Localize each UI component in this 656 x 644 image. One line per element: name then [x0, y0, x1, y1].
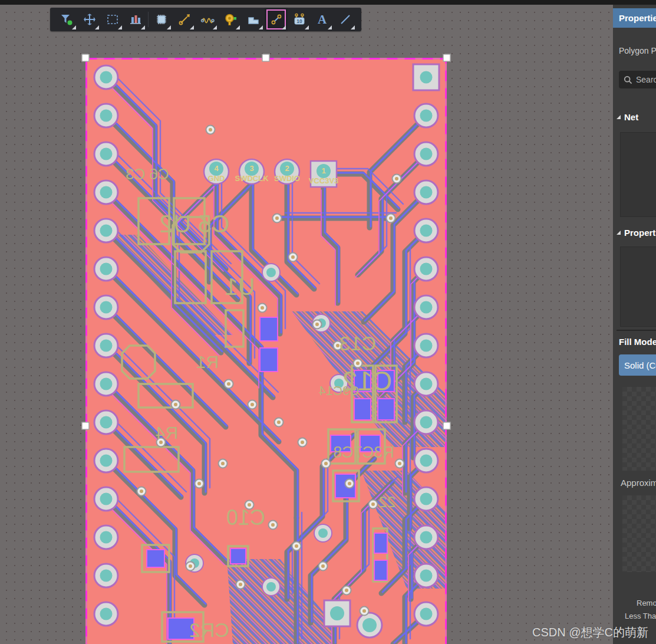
selection-handle-mid-right[interactable] [443, 422, 451, 430]
edge-pad[interactable] [414, 104, 438, 127]
silkscreen-label[interactable]: R4 [156, 423, 178, 442]
silkscreen-label[interactable]: CR2 [189, 619, 229, 641]
edge-pad[interactable] [94, 334, 118, 357]
edge-pad[interactable] [94, 104, 118, 127]
selection-handle-top-left[interactable] [82, 54, 90, 62]
via[interactable] [314, 524, 332, 542]
edge-pad[interactable] [94, 295, 118, 319]
via[interactable] [172, 400, 180, 409]
section-net[interactable]: Net [617, 112, 638, 122]
place-via-tool[interactable] [219, 8, 242, 31]
via[interactable] [195, 479, 204, 488]
dropdown-arrow[interactable] [190, 25, 194, 29]
via[interactable] [322, 459, 331, 468]
move-tool[interactable] [78, 8, 101, 31]
via[interactable] [369, 500, 378, 509]
via[interactable] [275, 418, 284, 427]
silkscreen-label[interactable]: C6 C3 [126, 165, 169, 183]
signal-pad-gnd[interactable]: 4GND [204, 159, 229, 184]
via[interactable] [319, 562, 328, 571]
measure-tool[interactable] [265, 8, 288, 31]
net-list-box[interactable] [620, 132, 656, 217]
silkscreen-label[interactable]: R3C7C8 [333, 443, 394, 461]
place-component-tool[interactable] [150, 8, 173, 31]
polygon-pour-tool[interactable] [242, 8, 265, 31]
filter-select-tool[interactable] [55, 8, 78, 31]
via[interactable] [345, 479, 354, 488]
via[interactable] [289, 253, 298, 262]
edge-pad[interactable] [94, 142, 118, 166]
edge-pad[interactable] [94, 487, 118, 511]
silkscreen-label[interactable]: C13 [339, 332, 376, 354]
edge-pad[interactable] [94, 257, 118, 281]
dropdown-arrow[interactable] [118, 25, 122, 29]
edge-pad[interactable] [414, 180, 438, 204]
dropdown-arrow[interactable] [282, 25, 286, 29]
edge-pad[interactable] [414, 449, 438, 472]
signal-pad-vcc3v3[interactable]: 1VCC3V3 [309, 161, 339, 187]
dimension-tool[interactable]: 10 [288, 8, 311, 31]
signal-pad-swdio[interactable]: 2SWDIO [274, 159, 300, 184]
edge-pad[interactable] [94, 219, 118, 242]
via[interactable] [236, 580, 245, 589]
via[interactable] [225, 380, 233, 389]
selection-handle-top-right[interactable] [443, 54, 451, 62]
edge-pad[interactable] [413, 64, 439, 90]
edge-pad[interactable] [94, 525, 118, 549]
edge-pad[interactable] [414, 525, 438, 549]
silkscreen-label[interactable]: C9C14 [319, 383, 359, 398]
edge-pad[interactable] [94, 410, 118, 434]
selection-handle-top-mid[interactable] [262, 54, 270, 62]
edge-pad[interactable] [414, 219, 438, 242]
edge-pad[interactable] [414, 487, 438, 511]
dropdown-arrow[interactable] [236, 25, 240, 29]
edge-pad[interactable] [94, 180, 118, 204]
via[interactable] [262, 578, 280, 596]
via[interactable] [387, 214, 395, 223]
dropdown-arrow[interactable] [351, 25, 355, 29]
dropdown-arrow[interactable] [328, 25, 332, 29]
place-line-tool[interactable] [334, 8, 357, 31]
fill-mode-solid-button[interactable]: Solid (Copper Regions) [619, 354, 656, 376]
edge-pad[interactable] [94, 65, 118, 89]
dropdown-arrow[interactable] [213, 25, 217, 29]
section-properties[interactable]: Properties [617, 228, 656, 238]
via[interactable] [258, 304, 267, 313]
via[interactable] [313, 320, 322, 329]
via[interactable] [360, 607, 369, 616]
interactive-route-tool[interactable] [173, 8, 196, 31]
edge-pad[interactable] [94, 564, 118, 587]
dropdown-arrow[interactable] [305, 25, 309, 29]
via[interactable] [206, 126, 215, 134]
dropdown-arrow[interactable] [167, 25, 171, 29]
via[interactable] [219, 459, 228, 468]
place-text-tool[interactable]: A [311, 8, 334, 31]
edge-pad[interactable] [414, 295, 438, 319]
area-select-tool[interactable] [101, 8, 124, 31]
edge-pad[interactable] [414, 372, 438, 396]
silkscreen-label[interactable]: C5 U2 [159, 210, 229, 238]
properties-box[interactable] [620, 247, 656, 327]
edge-pad[interactable] [94, 449, 118, 472]
approximation-preview-box[interactable] [622, 495, 656, 572]
edge-pad[interactable] [414, 602, 438, 626]
silkscreen-label[interactable]: 22 [379, 493, 396, 511]
edge-pad[interactable] [414, 410, 438, 434]
fill-preview-box[interactable] [622, 387, 656, 471]
edge-pad[interactable] [94, 602, 118, 626]
via[interactable] [262, 264, 280, 281]
edge-pad[interactable] [414, 142, 438, 166]
via[interactable] [273, 214, 282, 223]
edge-pad[interactable] [414, 334, 438, 357]
via[interactable] [342, 586, 351, 595]
align-tool[interactable] [124, 8, 147, 31]
via[interactable] [186, 562, 195, 571]
via[interactable] [298, 438, 307, 447]
tune-length-tool[interactable] [196, 8, 219, 31]
via[interactable] [137, 487, 146, 496]
dropdown-arrow[interactable] [72, 25, 76, 29]
via[interactable] [292, 542, 301, 551]
via[interactable] [248, 400, 257, 409]
via[interactable] [269, 521, 278, 530]
search-input[interactable]: Search [619, 71, 656, 88]
